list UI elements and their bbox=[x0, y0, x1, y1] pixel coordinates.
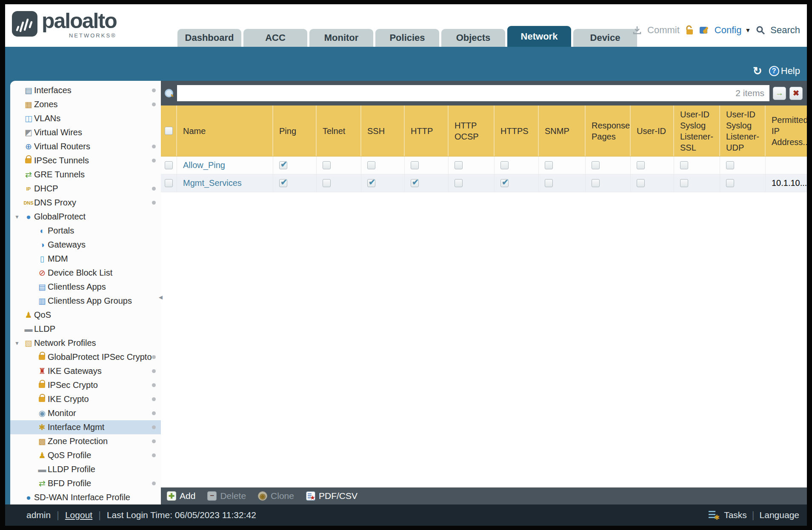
header-search-button[interactable]: Search bbox=[770, 25, 800, 36]
sidebar-item-lldp-profile[interactable]: ▬LLDP Profile bbox=[10, 462, 161, 476]
service-checkbox-http-ocsp[interactable] bbox=[455, 161, 463, 169]
help-button[interactable]: ? Help bbox=[769, 66, 800, 77]
expand-triangle-icon[interactable]: ▼ bbox=[14, 340, 20, 346]
service-checkbox-snmp[interactable] bbox=[545, 179, 553, 187]
expand-triangle-icon[interactable]: ▼ bbox=[14, 214, 20, 220]
sidebar-item-gre-tunnels[interactable]: ⇄GRE Tunnels bbox=[10, 168, 161, 182]
sidebar-item-sd-wan-interface-profile[interactable]: ●SD-WAN Interface Profile bbox=[10, 490, 161, 504]
service-checkbox-user-id[interactable] bbox=[637, 179, 645, 187]
profile-name-link[interactable]: Mgmt_Services bbox=[183, 178, 242, 188]
tab-device[interactable]: Device bbox=[573, 29, 637, 47]
sidebar-item-qos-profile[interactable]: ♟QoS Profile bbox=[10, 448, 161, 462]
sidebar-item-vlans[interactable]: ◫VLANs bbox=[10, 111, 161, 125]
column-header-user-id-syslog-listener-udp[interactable]: User-ID Syslog Listener-UDP bbox=[720, 105, 766, 156]
sidebar-item-gateways[interactable]: ◑Gateways bbox=[10, 238, 161, 252]
tab-acc[interactable]: ACC bbox=[243, 29, 307, 47]
config-caret-icon[interactable]: ▼ bbox=[745, 27, 751, 34]
apply-filter-button[interactable]: → bbox=[773, 87, 786, 100]
sidebar-item-dhcp[interactable]: IPDHCP bbox=[10, 182, 161, 196]
sidebar-item-network-profiles[interactable]: ▼▧Network Profiles bbox=[10, 336, 161, 350]
service-checkbox-user-id-syslog-ssl[interactable] bbox=[680, 179, 688, 187]
service-checkbox-https[interactable] bbox=[500, 161, 509, 169]
select-all-checkbox[interactable] bbox=[165, 127, 173, 135]
add-button[interactable]: ✚Add bbox=[167, 491, 195, 501]
column-header-name[interactable]: Name bbox=[177, 105, 273, 156]
sidebar-item-ike-gateways[interactable]: ♜IKE Gateways bbox=[10, 364, 161, 378]
sidebar-item-ike-crypto[interactable]: IKE Crypto bbox=[10, 392, 161, 406]
refresh-icon[interactable]: ↻ bbox=[753, 66, 762, 77]
service-checkbox-https[interactable] bbox=[500, 179, 509, 187]
column-header-http[interactable]: HTTP bbox=[405, 105, 449, 156]
commit-icon[interactable] bbox=[632, 25, 642, 35]
tab-objects[interactable]: Objects bbox=[441, 29, 505, 47]
sidebar-item-ipsec-tunnels[interactable]: IPSec Tunnels bbox=[10, 154, 161, 168]
config-button[interactable]: Config bbox=[715, 25, 742, 36]
tab-policies[interactable]: Policies bbox=[375, 29, 439, 47]
sidebar-item-interface-mgmt[interactable]: ✱Interface Mgmt bbox=[10, 420, 161, 434]
service-checkbox-user-id[interactable] bbox=[637, 161, 645, 169]
service-checkbox-ping[interactable] bbox=[279, 179, 287, 187]
sidebar-item-bfd-profile[interactable]: ⇄BFD Profile bbox=[10, 476, 161, 490]
service-checkbox-ssh[interactable] bbox=[367, 161, 375, 169]
config-icon[interactable] bbox=[699, 25, 709, 35]
column-header-ping[interactable]: Ping bbox=[273, 105, 317, 156]
service-checkbox-snmp[interactable] bbox=[545, 161, 553, 169]
service-checkbox-http-ocsp[interactable] bbox=[455, 179, 463, 187]
logout-link[interactable]: Logout bbox=[65, 510, 92, 520]
sidebar-item-dns-proxy[interactable]: DNSDNS Proxy bbox=[10, 196, 161, 210]
row-select-checkbox[interactable] bbox=[165, 179, 173, 187]
sidebar-item-monitor[interactable]: ◉Monitor bbox=[10, 406, 161, 420]
sidebar-item-clientless-app-groups[interactable]: ▥Clientless App Groups bbox=[10, 294, 161, 308]
column-header-user-id[interactable]: User-ID bbox=[631, 105, 674, 156]
sidebar-item-zone-protection[interactable]: ▩Zone Protection bbox=[10, 434, 161, 448]
service-checkbox-telnet[interactable] bbox=[323, 179, 331, 187]
column-header-telnet[interactable]: Telnet bbox=[317, 105, 361, 156]
sidebar-item-gp-ipsec-crypto[interactable]: GlobalProtect IPSec Crypto bbox=[10, 350, 161, 364]
service-checkbox-user-id-syslog-udp[interactable] bbox=[726, 161, 734, 169]
tasks-button[interactable]: Tasks bbox=[724, 510, 747, 520]
column-header-ssh[interactable]: SSH bbox=[361, 105, 405, 156]
service-checkbox-user-id-syslog-udp[interactable] bbox=[726, 179, 734, 187]
tab-monitor[interactable]: Monitor bbox=[309, 29, 373, 47]
sidebar-item-clientless-apps[interactable]: ▤Clientless Apps bbox=[10, 280, 161, 294]
network-profiles-icon: ▧ bbox=[23, 338, 34, 348]
column-header-user-id-syslog-listener-ssl[interactable]: User-ID Syslog Listener-SSL bbox=[674, 105, 720, 156]
sidebar-item-portals[interactable]: ◐Portals bbox=[10, 224, 161, 238]
sidebar-item-interfaces[interactable]: ▤Interfaces bbox=[10, 83, 161, 97]
column-header-http-ocsp[interactable]: HTTP OCSP bbox=[449, 105, 495, 156]
language-button[interactable]: Language bbox=[760, 510, 799, 520]
tab-network[interactable]: Network bbox=[507, 26, 571, 47]
pdf-csv-button[interactable]: ★PDF/CSV bbox=[306, 491, 357, 501]
sidebar-collapse-handle[interactable]: ◄ bbox=[157, 293, 164, 301]
sidebar-item-mdm[interactable]: ▯MDM bbox=[10, 252, 161, 266]
column-header-response-pages[interactable]: Response Pages bbox=[586, 105, 631, 156]
service-checkbox-http[interactable] bbox=[411, 161, 419, 169]
search-input[interactable] bbox=[177, 85, 735, 101]
sidebar-item-virtual-routers[interactable]: ⊕Virtual Routers bbox=[10, 140, 161, 154]
service-checkbox-ping[interactable] bbox=[279, 161, 287, 169]
column-header-snmp[interactable]: SNMP bbox=[539, 105, 586, 156]
sidebar-item-lldp[interactable]: ▬LLDP bbox=[10, 322, 161, 336]
clear-filter-button[interactable]: ✖ bbox=[789, 87, 803, 100]
tasks-icon[interactable]: ✱ bbox=[709, 510, 719, 520]
service-checkbox-http[interactable] bbox=[411, 179, 419, 187]
service-checkbox-user-id-syslog-ssl[interactable] bbox=[680, 161, 688, 169]
tab-dashboard[interactable]: Dashboard bbox=[177, 29, 241, 47]
service-checkbox-ssh[interactable] bbox=[367, 179, 375, 187]
row-select-checkbox[interactable] bbox=[165, 161, 173, 169]
sidebar-item-ipsec-crypto[interactable]: IPSec Crypto bbox=[10, 378, 161, 392]
sidebar-item-zones[interactable]: ▦Zones bbox=[10, 97, 161, 111]
commit-button[interactable]: Commit bbox=[647, 25, 680, 36]
sidebar-item-virtual-wires[interactable]: ◩Virtual Wires bbox=[10, 125, 161, 140]
header-search-icon[interactable] bbox=[756, 26, 765, 35]
service-checkbox-response-pages[interactable] bbox=[592, 179, 600, 187]
sidebar-item-globalprotect[interactable]: ▼●GlobalProtect bbox=[10, 210, 161, 224]
lock-icon[interactable] bbox=[685, 25, 694, 35]
column-header-https[interactable]: HTTPS bbox=[495, 105, 539, 156]
profile-name-link[interactable]: Allow_Ping bbox=[183, 160, 225, 170]
service-checkbox-telnet[interactable] bbox=[323, 161, 331, 169]
service-checkbox-response-pages[interactable] bbox=[592, 161, 600, 169]
sidebar-item-qos[interactable]: ♟QoS bbox=[10, 308, 161, 322]
column-header-permitted-ip-address[interactable]: Permitted IP Address... bbox=[766, 105, 807, 156]
sidebar-item-device-block-list[interactable]: ⊘Device Block List bbox=[10, 266, 161, 280]
